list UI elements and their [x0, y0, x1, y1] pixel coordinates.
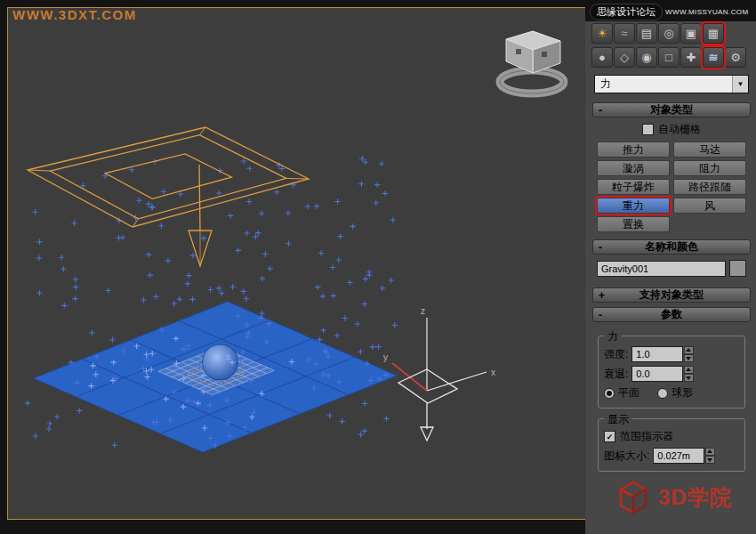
viewport[interactable]: zxy: [7, 7, 586, 520]
logo-cube-icon: [614, 478, 653, 517]
command-panel-tabs: ☀ ≈ ▤ ◎ ▣ ▦: [591, 23, 724, 44]
tab-hierarchy[interactable]: ▤: [636, 23, 657, 44]
displace-button[interactable]: 置换: [597, 216, 670, 232]
display-group: 显示 ✓ 范围指示器 图标大小: 0.027m: [598, 418, 745, 472]
decay-field[interactable]: 0.0: [631, 366, 683, 382]
check-icon: ✓: [607, 433, 614, 441]
dropdown-value: 力: [595, 76, 732, 93]
create-categories: ● ◇ ◉ □ ✚ ≋ ⚙: [591, 47, 746, 68]
chevron-down-icon[interactable]: ▼: [732, 76, 748, 93]
geometry-icon: ●: [599, 52, 606, 63]
icon-size-spinner[interactable]: [705, 448, 715, 464]
strength-spinner[interactable]: [684, 346, 694, 362]
motor-button[interactable]: 马达: [673, 142, 746, 158]
rollout-parameters-header[interactable]: - 参数: [592, 307, 751, 322]
rollout-name-color-body: Gravity001: [592, 255, 751, 283]
svg-text:y: y: [383, 352, 388, 362]
collapse-icon: -: [599, 241, 602, 254]
gravity-button[interactable]: 重力: [597, 198, 670, 214]
planar-radio[interactable]: [604, 388, 615, 399]
object-name-field[interactable]: Gravity001: [597, 261, 726, 277]
rollout-object-type-body: 自动栅格 推力 马达 漩涡 阻力 粒子爆炸 路径跟随 重力 风 置换: [592, 117, 751, 235]
range-indicator-label: 范围指示器: [620, 429, 673, 444]
display-group-title: 显示: [604, 412, 632, 427]
systems-icon: ⚙: [730, 52, 741, 63]
motion-icon: ◎: [664, 28, 673, 39]
tab-modify[interactable]: ≈: [614, 23, 635, 44]
site-logo: 3D学院: [614, 478, 732, 517]
planar-label: 平面: [618, 385, 639, 400]
tab-utilities[interactable]: ▦: [703, 23, 724, 44]
rollout-name-color-header[interactable]: - 名称和颜色: [592, 239, 751, 255]
category-geometry[interactable]: ●: [591, 47, 613, 68]
modify-icon: ≈: [621, 28, 627, 39]
category-helpers[interactable]: ✚: [680, 47, 702, 68]
icon-size-label: 图标大小:: [604, 449, 649, 464]
tab-motion[interactable]: ◎: [658, 23, 680, 44]
collapse-icon: -: [599, 309, 602, 321]
rollout-title: 参数: [661, 307, 682, 322]
path-follow-button[interactable]: 路径跟随: [673, 179, 746, 195]
rollout-title: 支持对象类型: [639, 287, 704, 303]
command-panel: 思缘设计论坛 WWW.MISSYUAN.COM ☀ ≈ ▤ ◎ ▣ ▦ ● ◇ …: [585, 0, 756, 534]
display-icon: ▣: [686, 28, 696, 39]
forum-name: 思缘设计论坛: [590, 4, 663, 20]
drag-button[interactable]: 阻力: [673, 160, 746, 176]
svg-text:x: x: [491, 368, 495, 377]
decay-spinner[interactable]: [684, 366, 694, 382]
strength-field[interactable]: 1.0: [631, 346, 683, 362]
object-type-buttons: 推力 马达 漩涡 阻力 粒子爆炸 路径跟随 重力 风 置换: [595, 142, 748, 232]
forum-badge: 思缘设计论坛 WWW.MISSYUAN.COM: [590, 3, 753, 20]
space-warp-type-dropdown[interactable]: 力 ▼: [594, 75, 749, 93]
create-icon: ☀: [597, 28, 607, 39]
svg-text:z: z: [421, 306, 425, 316]
expand-icon: +: [599, 289, 605, 302]
category-systems[interactable]: ⚙: [725, 47, 746, 68]
utilities-icon: ▦: [708, 28, 719, 39]
app-root: WWW.3DXT.COM zxy 思缘设计论坛 WWW.MISSYUAN.COM…: [0, 0, 756, 534]
pbomb-button[interactable]: 粒子爆炸: [597, 179, 670, 195]
lights-icon: ◉: [641, 52, 651, 63]
push-button[interactable]: 推力: [597, 142, 670, 158]
status-bar: [0, 520, 585, 534]
rollout-title: 名称和颜色: [645, 239, 698, 255]
collapse-icon: -: [599, 104, 602, 117]
rollout-supports-header[interactable]: + 支持对象类型: [592, 287, 751, 303]
strength-label: 强度:: [604, 347, 628, 362]
rollout-parameters-body: 力 强度: 1.0 衰退: 0.0: [592, 322, 751, 480]
icon-size-field[interactable]: 0.027m: [653, 448, 704, 464]
object-color-swatch[interactable]: [729, 260, 746, 277]
autogrid-checkbox[interactable]: [642, 124, 654, 135]
decay-label: 衰退:: [604, 367, 628, 382]
vortex-button[interactable]: 漩涡: [597, 160, 670, 176]
rollout-object-type-header[interactable]: - 对象类型: [592, 102, 751, 117]
shapes-icon: ◇: [620, 52, 629, 63]
autogrid-label: 自动栅格: [658, 122, 701, 137]
spherical-radio[interactable]: [657, 388, 668, 399]
range-indicator-checkbox[interactable]: ✓: [604, 431, 615, 442]
viewport-canvas: zxy: [8, 8, 585, 519]
wind-button[interactable]: 风: [673, 198, 746, 214]
category-space-warps[interactable]: ≋: [703, 47, 724, 68]
tab-display[interactable]: ▣: [680, 23, 702, 44]
space-warps-icon: ≋: [709, 52, 719, 63]
spherical-label: 球形: [672, 385, 693, 400]
force-group-title: 力: [604, 329, 622, 344]
category-cameras[interactable]: □: [658, 47, 680, 68]
cameras-icon: □: [665, 52, 672, 63]
logo-text: 3D学院: [658, 483, 732, 512]
category-shapes[interactable]: ◇: [614, 47, 635, 68]
helpers-icon: ✚: [687, 52, 696, 63]
category-lights[interactable]: ◉: [636, 47, 657, 68]
rollouts: - 对象类型 自动栅格 推力 马达 漩涡 阻力 粒子爆炸 路径跟随 重力 风 置: [592, 98, 751, 480]
watermark-text: WWW.3DXT.COM: [12, 7, 137, 22]
force-group: 力 强度: 1.0 衰退: 0.0: [598, 336, 745, 409]
tab-create[interactable]: ☀: [591, 23, 613, 44]
rollout-title: 对象类型: [650, 102, 693, 117]
forum-url: WWW.MISSYUAN.COM: [665, 8, 749, 16]
hierarchy-icon: ▤: [641, 28, 652, 39]
